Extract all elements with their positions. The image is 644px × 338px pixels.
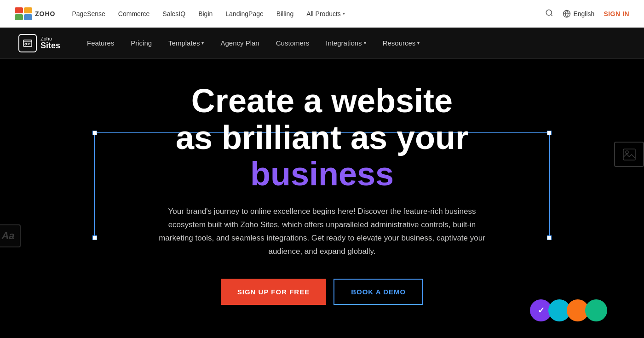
- zoho-logo-squares: [15, 7, 32, 20]
- sec-nav-integrations[interactable]: Integrations ▾: [317, 28, 374, 59]
- hero-title-line2: as brilliant as your business: [115, 120, 529, 192]
- globe-icon: [563, 10, 571, 18]
- all-products-label: All Products: [306, 10, 341, 17]
- search-button[interactable]: [545, 9, 553, 19]
- color-circles: ✓: [530, 299, 607, 321]
- sec-nav-agency[interactable]: Agency Plan: [212, 28, 267, 59]
- handle-bl: [92, 235, 97, 240]
- deco-image-placeholder: [614, 142, 644, 167]
- language-label: English: [573, 10, 594, 17]
- top-nav-left: ZOHO PageSense Commerce SalesIQ Bigin La…: [15, 7, 345, 20]
- templates-label: Templates: [168, 39, 200, 47]
- handle-br: [547, 235, 552, 240]
- sec-nav-features[interactable]: Features: [79, 28, 122, 59]
- logo-sq-orange: [24, 7, 32, 13]
- resources-label: Resources: [383, 39, 416, 47]
- hero-title-plain: as brilliant as your: [176, 119, 468, 156]
- all-products-chevron-icon: ▾: [343, 11, 345, 16]
- topnav-all-products[interactable]: All Products ▾: [306, 10, 345, 17]
- search-icon: [545, 9, 553, 17]
- handle-tl: [92, 131, 97, 135]
- sec-nav-resources[interactable]: Resources ▾: [374, 28, 428, 59]
- sites-logo[interactable]: Zoho Sites: [18, 34, 60, 52]
- top-navbar: ZOHO PageSense Commerce SalesIQ Bigin La…: [0, 0, 644, 28]
- topnav-billing[interactable]: Billing: [276, 10, 293, 17]
- hero-title-line1: Create a website: [191, 83, 453, 119]
- top-nav-right: English SIGN IN: [545, 9, 629, 19]
- svg-rect-4: [23, 40, 32, 46]
- sites-brand-label: Zoho: [40, 36, 60, 41]
- sites-icon-svg: [22, 38, 33, 49]
- sec-nav-templates[interactable]: Templates ▾: [160, 28, 212, 59]
- deco-text-placeholder: Aa: [0, 224, 21, 247]
- topnav-bigin[interactable]: Bigin: [198, 10, 213, 17]
- svg-point-0: [546, 10, 552, 15]
- signup-button[interactable]: SIGN UP FOR FREE: [221, 279, 326, 305]
- sites-logo-icon: [18, 34, 37, 52]
- sec-nav-content: Zoho Sites Features Pricing Templates ▾ …: [18, 28, 626, 59]
- svg-point-6: [25, 43, 27, 45]
- sites-product-label: Sites: [40, 41, 60, 51]
- sites-logo-text-group: Zoho Sites: [40, 36, 60, 51]
- secondary-navbar: Zoho Sites Features Pricing Templates ▾ …: [0, 28, 644, 59]
- language-selector[interactable]: English: [563, 10, 594, 18]
- topnav-landingpage[interactable]: LandingPage: [225, 10, 264, 17]
- resources-chevron-icon: ▾: [417, 40, 420, 46]
- svg-line-1: [551, 14, 552, 16]
- logo-sq-blue: [24, 14, 32, 20]
- sign-in-button[interactable]: SIGN IN: [604, 10, 629, 17]
- topnav-salesiq[interactable]: SalesIQ: [162, 10, 185, 17]
- integrations-label: Integrations: [326, 39, 362, 47]
- deco-image-icon: [622, 148, 636, 161]
- demo-button[interactable]: BOOK A DEMO: [334, 279, 423, 305]
- handle-tr: [547, 131, 552, 135]
- logo-sq-green: [15, 14, 23, 20]
- sec-nav-pricing[interactable]: Pricing: [122, 28, 160, 59]
- templates-chevron-icon: ▾: [201, 40, 204, 46]
- sec-nav-customers[interactable]: Customers: [268, 28, 318, 59]
- zoho-logo[interactable]: ZOHO: [15, 7, 55, 20]
- logo-sq-red: [15, 7, 23, 13]
- topnav-commerce[interactable]: Commerce: [118, 10, 150, 17]
- hero-title-highlight: business: [250, 155, 394, 192]
- svg-rect-9: [623, 149, 635, 160]
- topnav-pagesense[interactable]: PageSense: [72, 10, 105, 17]
- checkmark-icon: ✓: [538, 305, 545, 315]
- hero-buttons: SIGN UP FOR FREE BOOK A DEMO: [221, 279, 423, 305]
- svg-point-10: [626, 151, 628, 154]
- zoho-logo-text: ZOHO: [35, 10, 55, 17]
- sec-nav-links: Features Pricing Templates ▾ Agency Plan…: [79, 28, 428, 59]
- hero-subtitle: Your brand's journey to online excellenc…: [152, 205, 492, 258]
- hero-section: Aa Create a website as brilliant as your…: [0, 59, 644, 338]
- integrations-chevron-icon: ▾: [364, 40, 366, 46]
- circle-green: [585, 299, 607, 321]
